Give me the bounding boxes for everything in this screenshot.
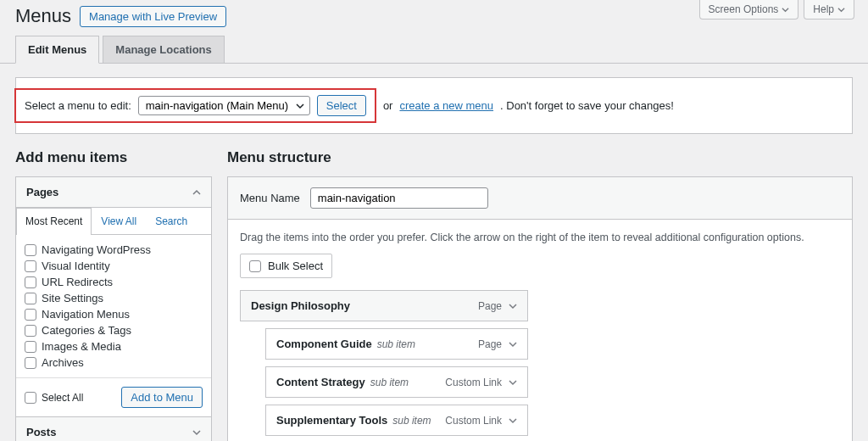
page-label: URL Redirects: [42, 276, 113, 288]
page-label: Navigating WordPress: [42, 243, 151, 256]
tab-manage-locations[interactable]: Manage Locations: [103, 36, 224, 63]
screen-options-label: Screen Options: [709, 3, 779, 15]
page-checkbox[interactable]: [25, 276, 36, 288]
page-list-item[interactable]: Archives: [25, 354, 203, 371]
caret-down-icon[interactable]: [509, 340, 517, 349]
page-label: Archives: [42, 356, 84, 369]
menu-item-type: Page: [478, 300, 502, 312]
page-label: Visual Identity: [42, 260, 110, 272]
page-checkbox[interactable]: [25, 293, 36, 304]
select-menu-label: Select a menu to edit:: [25, 99, 131, 112]
page-list-item[interactable]: Categories & Tags: [25, 322, 203, 338]
select-all-row[interactable]: Select All: [25, 392, 83, 404]
select-all-checkbox[interactable]: [25, 392, 36, 404]
create-menu-link[interactable]: create a new menu: [399, 99, 493, 112]
caret-down-icon: [782, 6, 789, 14]
caret-down-icon: [192, 428, 201, 437]
bulk-select-toggle[interactable]: Bulk Select: [240, 254, 332, 278]
pages-panel-title: Pages: [26, 186, 58, 198]
page-checkbox[interactable]: [25, 325, 36, 337]
caret-down-icon[interactable]: [509, 378, 517, 387]
menu-item-type: Custom Link: [445, 377, 502, 388]
caret-down-icon[interactable]: [509, 416, 517, 425]
menu-item[interactable]: Design PhilosophyPage: [240, 290, 528, 321]
page-list-item[interactable]: Navigation Menus: [25, 306, 203, 322]
select-bar-tail: . Don't forget to save your changes!: [500, 99, 674, 112]
subtab-most-recent[interactable]: Most Recent: [16, 208, 92, 235]
pages-panel: Pages Most Recent View All Search Naviga…: [15, 176, 212, 441]
page-checkbox[interactable]: [25, 244, 36, 256]
menu-item-title: Content Strategy: [276, 376, 365, 388]
menu-item-sublabel: sub item: [392, 415, 431, 427]
page-title: Menus: [15, 5, 71, 27]
menu-item-sublabel: sub item: [377, 338, 415, 350]
page-list-item[interactable]: Visual Identity: [25, 258, 203, 274]
bulk-select-checkbox[interactable]: [249, 260, 261, 272]
menu-select-dropdown[interactable]: main-navigation (Main Menu): [138, 96, 310, 115]
menu-item-type: Custom Link: [445, 415, 502, 427]
page-label: Categories & Tags: [42, 324, 131, 337]
menu-name-label: Menu Name: [240, 192, 300, 204]
select-all-label: Select All: [42, 392, 83, 404]
posts-panel-toggle[interactable]: Posts: [16, 416, 211, 441]
page-label: Navigation Menus: [42, 308, 130, 321]
menu-item-type: Page: [478, 338, 502, 350]
add-items-heading: Add menu items: [15, 149, 212, 166]
page-label: Images & Media: [42, 340, 121, 353]
add-to-menu-button[interactable]: Add to Menu: [121, 387, 203, 408]
or-text: or: [383, 99, 393, 112]
page-checkbox[interactable]: [25, 260, 36, 272]
menu-structure-heading: Menu structure: [227, 149, 853, 166]
page-list-item[interactable]: URL Redirects: [25, 274, 203, 290]
menu-structure-panel: Menu Name Drag the items into the order …: [227, 176, 853, 441]
page-label: Site Settings: [42, 292, 103, 304]
menu-item-title: Supplementary Tools: [276, 414, 387, 427]
subtab-view-all[interactable]: View All: [92, 208, 146, 234]
select-button[interactable]: Select: [317, 95, 366, 116]
posts-panel-title: Posts: [26, 426, 56, 438]
page-checkbox[interactable]: [25, 341, 36, 353]
menu-item[interactable]: Supplementary Toolssub itemCustom Link: [265, 405, 528, 436]
menu-name-input[interactable]: [310, 187, 488, 209]
menu-item-title: Design Philosophy: [251, 299, 350, 312]
page-checkbox[interactable]: [25, 357, 36, 369]
pages-panel-toggle[interactable]: Pages: [16, 177, 211, 208]
caret-down-icon[interactable]: [509, 302, 517, 310]
menu-item[interactable]: Content Strategysub itemCustom Link: [265, 366, 528, 398]
help-label: Help: [813, 3, 834, 15]
menu-item-sublabel: sub item: [370, 377, 409, 388]
live-preview-button[interactable]: Manage with Live Preview: [80, 6, 226, 27]
structure-hint: Drag the items into the order you prefer…: [240, 232, 840, 243]
highlighted-region: Select a menu to edit: main-navigation (…: [14, 88, 376, 123]
screen-options-button[interactable]: Screen Options: [699, 0, 799, 20]
menu-item-title: Component Guide: [276, 338, 372, 350]
menu-item[interactable]: Component Guidesub itemPage: [265, 328, 528, 360]
caret-up-icon: [192, 188, 201, 197]
page-list-item[interactable]: Images & Media: [25, 338, 203, 354]
bulk-select-label: Bulk Select: [268, 260, 323, 272]
caret-down-icon: [837, 6, 845, 14]
page-list-item[interactable]: Navigating WordPress: [25, 242, 203, 258]
page-list-item[interactable]: Site Settings: [25, 290, 203, 306]
help-button[interactable]: Help: [804, 0, 854, 20]
subtab-search[interactable]: Search: [146, 208, 197, 234]
page-checkbox[interactable]: [25, 309, 36, 321]
menu-select-bar: Select a menu to edit: main-navigation (…: [15, 77, 853, 134]
tab-edit-menus[interactable]: Edit Menus: [15, 36, 99, 64]
